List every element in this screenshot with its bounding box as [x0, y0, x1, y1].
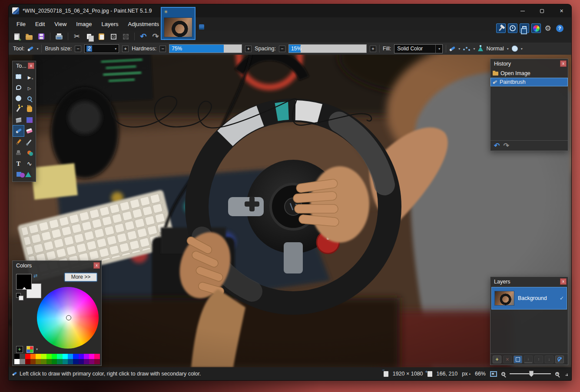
menu-file[interactable]: File [12, 19, 30, 29]
zoom-out-button[interactable]: − [501, 372, 505, 376]
paint-bucket-tool[interactable] [13, 115, 24, 125]
palette-swatch[interactable] [20, 354, 25, 359]
line-curve-tool[interactable] [24, 158, 35, 169]
history-panel-close-button[interactable] [560, 60, 567, 67]
hardness-slider[interactable]: 75% [169, 44, 242, 53]
palette-swatch[interactable] [73, 359, 78, 364]
close-button[interactable] [552, 4, 571, 17]
layer-properties-button[interactable] [555, 356, 564, 363]
paste-button[interactable] [96, 32, 106, 41]
menu-edit[interactable]: Edit [31, 19, 49, 29]
brush-size-combo[interactable]: 2 [84, 44, 119, 53]
palette-swatch[interactable] [30, 354, 36, 359]
palette-swatch[interactable] [63, 354, 68, 359]
duplicate-layer-button[interactable] [514, 356, 522, 363]
magic-wand-tool[interactable] [13, 104, 24, 115]
open-image-tab[interactable] [161, 7, 196, 40]
tools-panel-toggle-button[interactable] [496, 23, 506, 33]
layers-panel-header[interactable]: Layers [491, 277, 568, 286]
palette-swatch[interactable] [68, 354, 73, 359]
palette-swatch[interactable] [41, 359, 46, 364]
palette-swatch[interactable] [79, 354, 84, 359]
palette-menu-button[interactable] [27, 346, 33, 353]
more-colors-button[interactable]: More >> [65, 273, 97, 281]
zoom-to-window-button[interactable] [490, 371, 497, 377]
palette-swatch[interactable] [73, 354, 78, 359]
stroke-style-icon[interactable] [449, 46, 455, 51]
palette-swatch[interactable] [79, 359, 84, 364]
hardness-decrease-button[interactable]: − [159, 46, 166, 52]
palette-swatch[interactable] [36, 354, 41, 359]
antialiasing-icon[interactable] [512, 46, 518, 52]
palette-swatch[interactable] [94, 354, 99, 359]
menu-layers[interactable]: Layers [97, 19, 123, 29]
spacing-slider[interactable]: 15% [288, 44, 367, 53]
palette-swatch[interactable] [46, 359, 52, 364]
smoothing-icon[interactable] [463, 46, 470, 51]
zoom-tool[interactable] [24, 93, 35, 104]
brush-size-decrease-button[interactable]: − [75, 46, 81, 52]
zoom-level-value[interactable]: 66% [475, 371, 486, 377]
palette-swatch[interactable] [25, 354, 30, 359]
palette-swatch[interactable] [94, 359, 99, 364]
tool-dropdown-caret[interactable] [36, 47, 38, 51]
history-panel-header[interactable]: History [491, 59, 568, 68]
reset-colors-icon[interactable] [16, 293, 21, 298]
palette-swatch[interactable] [89, 354, 94, 359]
undo-icon[interactable] [494, 142, 500, 150]
lasso-select-tool[interactable] [13, 82, 24, 93]
palette-menu-caret[interactable] [36, 347, 38, 351]
text-tool[interactable] [13, 158, 24, 169]
menu-view[interactable]: View [50, 19, 71, 29]
palette-swatch[interactable] [57, 354, 62, 359]
zoom-slider[interactable] [510, 371, 551, 377]
copy-button[interactable] [84, 32, 94, 41]
undo-button[interactable] [139, 32, 148, 41]
palette-swatch[interactable] [14, 354, 20, 359]
hardness-increase-button[interactable]: + [245, 46, 252, 52]
palette-swatch[interactable] [84, 359, 89, 364]
colors-panel-close-button[interactable] [93, 262, 100, 269]
palette-swatch[interactable] [36, 359, 41, 364]
palette-swatch[interactable] [52, 359, 57, 364]
palette-swatch[interactable] [68, 359, 73, 364]
ellipse-select-tool[interactable] [13, 93, 24, 104]
redo-button[interactable] [151, 32, 160, 41]
move-selected-pixels-tool[interactable] [24, 71, 35, 82]
palette-swatch[interactable] [63, 359, 68, 364]
print-button[interactable] [54, 32, 64, 41]
add-color-to-palette-button[interactable] [16, 346, 23, 353]
palette-swatch[interactable] [41, 354, 46, 359]
new-file-button[interactable] [12, 32, 22, 41]
blend-mode-icon[interactable] [478, 46, 483, 51]
menu-adjustments[interactable]: Adjustments [123, 19, 163, 29]
spacing-decrease-button[interactable]: − [279, 46, 285, 52]
paintbrush-tool-icon[interactable] [27, 46, 33, 51]
palette-swatch[interactable] [89, 359, 94, 364]
help-button[interactable] [555, 23, 564, 33]
open-file-button[interactable] [24, 32, 34, 41]
layer-visibility-checkbox[interactable] [560, 295, 564, 301]
pencil-tool[interactable] [13, 136, 24, 147]
history-panel-toggle-button[interactable] [508, 23, 517, 33]
layers-panel-close-button[interactable] [560, 278, 567, 285]
palette-swatch[interactable] [57, 359, 62, 364]
cut-button[interactable] [72, 32, 82, 41]
colors-panel-header[interactable]: Colors [13, 261, 101, 270]
antialiasing-caret[interactable] [521, 47, 523, 51]
layer-row-background[interactable]: Background [491, 287, 567, 310]
color-wheel[interactable] [37, 287, 99, 349]
palette-swatch[interactable] [84, 354, 89, 359]
palette-swatch[interactable] [30, 359, 36, 364]
recolor-tool[interactable] [24, 147, 35, 158]
fill-style-select[interactable]: Solid Color [394, 44, 443, 53]
resize-grip[interactable] [563, 372, 568, 376]
smoothing-caret[interactable] [473, 47, 475, 51]
add-new-layer-button[interactable] [493, 356, 501, 363]
spacing-increase-button[interactable]: + [370, 46, 376, 52]
clone-stamp-tool[interactable] [13, 147, 24, 158]
tools-panel-close-button[interactable] [28, 63, 34, 69]
rectangle-select-tool[interactable] [13, 71, 24, 82]
layers-panel-toggle-button[interactable] [520, 23, 529, 33]
paintbrush-tool[interactable] [13, 125, 24, 136]
